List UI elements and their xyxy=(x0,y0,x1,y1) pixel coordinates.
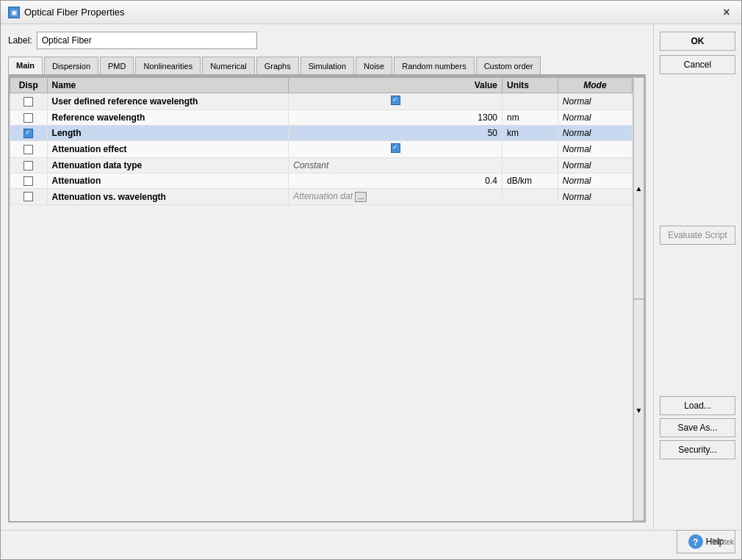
disp-cell-2 xyxy=(10,110,48,126)
tab-graphs[interactable]: Graphs xyxy=(256,57,299,74)
fiber-icon: ▣ xyxy=(8,7,20,18)
disp-cell-5 xyxy=(10,158,48,173)
sidebar-spacer-2 xyxy=(660,249,735,392)
close-button[interactable]: × xyxy=(719,5,734,20)
mode-cell-1: Normal xyxy=(558,93,632,110)
scroll-arrows: ▲ ▼ xyxy=(633,77,644,521)
sidebar-spacer-3 xyxy=(660,464,735,523)
disp-checkbox-3[interactable] xyxy=(24,129,33,138)
tab-simulation[interactable]: Simulation xyxy=(300,57,354,74)
disp-cell-1 xyxy=(10,93,48,110)
disp-cell-3 xyxy=(10,126,48,141)
units-cell-5 xyxy=(502,158,558,173)
name-cell-5: Attenuation data type xyxy=(47,158,289,173)
sidebar: OK Cancel Evaluate Script Load... Save A… xyxy=(653,24,741,530)
ok-button[interactable]: OK xyxy=(660,32,735,51)
units-cell-1 xyxy=(502,93,558,110)
value-cell-2: 1300 xyxy=(289,110,503,126)
value-cell-7: Attenuation dat … xyxy=(289,189,503,205)
dialog-content: Label: Main Dispersion PMD Nonlinearitie… xyxy=(1,24,741,530)
disp-checkbox-1[interactable] xyxy=(24,97,33,107)
mode-cell-6: Normal xyxy=(558,173,632,189)
units-cell-6: dB/km xyxy=(502,173,558,189)
disp-cell-6 xyxy=(10,173,48,189)
units-cell-4 xyxy=(502,141,558,158)
tab-numerical[interactable]: Numerical xyxy=(202,57,255,74)
value-cell-5: Constant xyxy=(289,158,503,173)
save-as-button[interactable]: Save As... xyxy=(660,418,735,437)
disp-checkbox-5[interactable] xyxy=(24,161,33,170)
dialog-title: Optical Fiber Properties xyxy=(24,7,125,18)
value-cell-3: 50 xyxy=(289,126,503,141)
attenuation-browse-button[interactable]: … xyxy=(355,192,367,202)
main-area: Label: Main Dispersion PMD Nonlinearitie… xyxy=(1,24,653,530)
table-row: Attenuation effect Normal xyxy=(10,141,633,158)
table-row: Reference wavelength 1300 nm Normal xyxy=(10,110,633,126)
table-row: Attenuation vs. wavelength Attenuation d… xyxy=(10,189,633,205)
sidebar-bottom-group: Load... Save As... Security... xyxy=(660,396,735,459)
scroll-down-arrow[interactable]: ▼ xyxy=(633,299,644,521)
tab-pmd[interactable]: PMD xyxy=(100,57,134,74)
mode-cell-4: Normal xyxy=(558,141,632,158)
title-bar-left: ▣ Optical Fiber Properties xyxy=(8,7,125,18)
disp-cell-4 xyxy=(10,141,48,158)
col-name: Name xyxy=(47,78,289,93)
sidebar-spacer-1 xyxy=(660,79,735,221)
disp-checkbox-2[interactable] xyxy=(24,113,33,123)
units-cell-3: km xyxy=(502,126,558,141)
disp-checkbox-4[interactable] xyxy=(24,145,33,154)
label-row: Label: xyxy=(8,32,646,49)
mode-cell-5: Normal xyxy=(558,158,632,173)
value-cell-1 xyxy=(289,93,503,110)
cancel-button[interactable]: Cancel xyxy=(660,55,735,74)
disp-checkbox-7[interactable] xyxy=(24,192,33,201)
table-row: Attenuation 0.4 dB/km Normal xyxy=(10,173,633,189)
title-bar: ▣ Optical Fiber Properties × xyxy=(1,1,741,24)
table-row: User defined reference wavelength Normal xyxy=(10,93,633,110)
col-value: Value xyxy=(289,78,503,93)
infotek-label: Infotek xyxy=(712,538,734,546)
help-icon: ? xyxy=(688,534,703,549)
properties-table-inner: Disp Name Value Units Mode xyxy=(10,77,633,521)
name-cell-4: Attenuation effect xyxy=(47,141,289,158)
tab-nonlinearities[interactable]: Nonlinearities xyxy=(135,57,201,74)
properties-table: Disp Name Value Units Mode xyxy=(10,77,633,205)
properties-table-wrapper: Disp Name Value Units Mode xyxy=(8,76,646,523)
units-cell-7 xyxy=(502,189,558,205)
disp-checkbox-6[interactable] xyxy=(24,176,33,186)
label-field-label: Label: xyxy=(8,35,32,46)
optical-fiber-dialog: ▣ Optical Fiber Properties × Label: Main… xyxy=(0,0,742,560)
tab-dispersion[interactable]: Dispersion xyxy=(44,57,98,74)
tabs-container: Main Dispersion PMD Nonlinearities Numer… xyxy=(8,57,646,76)
name-cell-3: Length xyxy=(47,126,289,141)
value-cell-4 xyxy=(289,141,503,158)
value-cell-6: 0.4 xyxy=(289,173,503,189)
security-button[interactable]: Security... xyxy=(660,440,735,459)
evaluate-script-button[interactable]: Evaluate Script xyxy=(660,226,735,245)
units-cell-2: nm xyxy=(502,110,558,126)
disp-cell-7 xyxy=(10,189,48,205)
tab-main[interactable]: Main xyxy=(8,57,43,74)
mode-cell-2: Normal xyxy=(558,110,632,126)
tab-random-numbers[interactable]: Random numbers xyxy=(394,57,474,74)
name-cell-7: Attenuation vs. wavelength xyxy=(47,189,289,205)
label-input[interactable] xyxy=(37,32,257,49)
bottom-bar xyxy=(1,530,741,559)
table-row: Length 50 km Normal xyxy=(10,126,633,141)
table-row: Attenuation data type Constant Normal xyxy=(10,158,633,173)
col-mode: Mode xyxy=(558,78,632,93)
value-checkbox-1[interactable] xyxy=(391,96,400,105)
table-header-row: Disp Name Value Units Mode xyxy=(10,78,633,93)
mode-cell-3: Normal xyxy=(558,126,632,141)
col-units: Units xyxy=(502,78,558,93)
name-cell-1: User defined reference wavelength xyxy=(47,93,289,110)
tab-custom-order[interactable]: Custom order xyxy=(476,57,541,74)
mode-cell-7: Normal xyxy=(558,189,632,205)
scroll-up-arrow[interactable]: ▲ xyxy=(633,77,644,299)
load-button[interactable]: Load... xyxy=(660,396,735,415)
col-disp: Disp xyxy=(10,78,48,93)
name-cell-6: Attenuation xyxy=(47,173,289,189)
tab-noise[interactable]: Noise xyxy=(356,57,392,74)
name-cell-2: Reference wavelength xyxy=(47,110,289,126)
value-checkbox-4[interactable] xyxy=(391,143,400,153)
